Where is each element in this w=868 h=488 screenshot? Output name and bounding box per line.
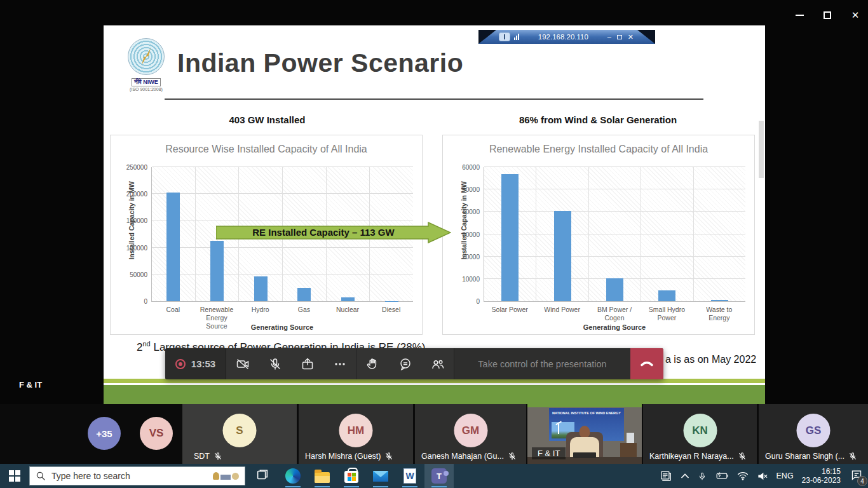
task-view-icon	[255, 468, 269, 482]
category-slot	[588, 167, 641, 301]
take-control-button[interactable]: Take control of the presentation	[454, 348, 630, 379]
meeting-toolbar: 13:53	[165, 348, 663, 379]
taskbar-clock[interactable]: 16:15 23-06-2023	[802, 467, 841, 485]
y-tick-label: 40000	[462, 208, 480, 215]
raise-hand-icon	[365, 356, 381, 372]
app-teams[interactable]: T	[424, 464, 454, 488]
participant-tile-karthikeyan[interactable]: KN Karthikeyan R Naraya...	[643, 404, 757, 464]
camera-off-button[interactable]	[226, 348, 259, 379]
pin-icon[interactable]	[499, 32, 510, 41]
title-divider	[165, 98, 703, 100]
more-options-button[interactable]	[323, 348, 356, 379]
app-mail[interactable]	[366, 464, 395, 488]
hang-up-button[interactable]	[630, 348, 663, 379]
participant-tile-harsh-mishra[interactable]: HM Harsh Mishra (Guest)	[299, 404, 413, 464]
task-view-button[interactable]	[255, 468, 269, 484]
slide-footer-stripe-light	[104, 379, 765, 383]
tray-battery-icon[interactable]	[715, 471, 729, 480]
notification-badge: 4	[857, 476, 867, 486]
niwe-logo-emblem	[128, 38, 165, 75]
clock-date: 23-06-2023	[802, 476, 841, 485]
category-label: BM Power / Cogen	[588, 306, 641, 322]
category-label: Small Hydro Power	[641, 306, 693, 322]
tray-wifi-icon[interactable]	[737, 471, 749, 480]
bar-diesel	[385, 301, 398, 302]
overflow-participants-badge[interactable]: +35	[88, 417, 121, 450]
participant-tile-f-and-it-video[interactable]: NATIONAL INSTITUTE OF WIND ENERGY F & IT	[527, 404, 642, 464]
app-file-explorer[interactable]	[308, 464, 337, 488]
system-tray: ENG 16:15 23-06-2023 4	[660, 467, 868, 485]
re-capacity-arrow: RE Installed Capacity – 113 GW	[216, 222, 451, 243]
y-tick-label: 200000	[126, 191, 147, 198]
tray-mic-icon[interactable]	[698, 471, 707, 482]
participant-tile-guru-sharan[interactable]: GS Guru Sharan Singh (...	[759, 404, 868, 464]
laptop	[573, 452, 596, 458]
data-date-note: a is as on May 2022	[665, 354, 756, 365]
participant-tile-sdt[interactable]: S SDT	[182, 404, 297, 464]
bar-renewable-energy-source	[210, 241, 224, 301]
word-icon: W	[403, 468, 416, 484]
avatar: KN	[683, 414, 717, 447]
y-tick-label: 50000	[462, 186, 480, 193]
mic-off-button[interactable]	[259, 348, 291, 379]
category-slot	[484, 167, 536, 301]
side-object	[627, 433, 634, 443]
maximize-button[interactable]	[821, 9, 834, 22]
language-indicator[interactable]: ENG	[776, 471, 794, 480]
bar-nuclear	[341, 297, 355, 301]
search-placeholder: Type here to search	[51, 471, 207, 481]
y-tick-label: 30000	[462, 231, 480, 238]
people-button[interactable]	[421, 348, 454, 379]
tray-expand-chevron-icon[interactable]	[681, 473, 689, 479]
participant-avatar-vs[interactable]: VS	[140, 417, 173, 450]
app-word[interactable]: W	[395, 464, 424, 488]
right-chart-heading: 86% from Wind & Solar Generation	[439, 114, 757, 125]
rdp-restore-button[interactable]	[617, 35, 622, 39]
chart-renewable-capacity: Renewable Energy Installed Capacity of A…	[442, 135, 755, 335]
avatar: GM	[454, 414, 487, 447]
bar-small-hydro-power	[658, 290, 675, 301]
app-edge[interactable]	[278, 464, 308, 488]
y-tick-label: 0	[144, 298, 147, 305]
participant-tile-ganesh-mahajan[interactable]: GM Ganesh Mahajan (Gu...	[415, 404, 526, 464]
notification-center-button[interactable]: 4	[850, 469, 863, 483]
niwe-logo-caption: नीवे NIWE	[132, 78, 161, 86]
start-button[interactable]	[0, 464, 29, 488]
camera-off-icon	[235, 356, 250, 372]
taskbar-search-input[interactable]: Type here to search	[29, 466, 245, 485]
share-screen-button[interactable]	[291, 348, 323, 379]
mic-muted-icon	[384, 452, 393, 461]
raise-hand-button[interactable]	[356, 348, 389, 379]
avatar: S	[223, 414, 257, 447]
screen: ✕ नीवे NIWE (ISO 9001:2008) Indian Power…	[0, 0, 868, 488]
side-table	[620, 443, 637, 457]
mic-muted-icon	[848, 452, 857, 461]
y-tick-label: 10000	[462, 276, 480, 283]
chat-button[interactable]	[389, 348, 421, 379]
rdp-minimize-button[interactable]: –	[607, 33, 611, 41]
presenter-head	[580, 426, 590, 438]
meeting-timer: 13:53	[191, 358, 215, 369]
news-widget-icon[interactable]	[660, 470, 672, 482]
avatar: GS	[797, 414, 831, 447]
minimize-button[interactable]	[793, 9, 806, 22]
re-capacity-arrow-label: RE Installed Capacity – 113 GW	[227, 222, 419, 242]
edge-icon	[285, 468, 301, 484]
close-button[interactable]: ✕	[849, 9, 862, 22]
app-store[interactable]	[337, 464, 366, 488]
tray-volume-muted-icon[interactable]	[757, 471, 768, 481]
participant-strip: +35 VS S SDT HM Harsh Mishra (Guest) GM …	[0, 404, 868, 464]
slide-title: Indian Power Scenario	[177, 48, 463, 78]
mic-muted-icon	[508, 452, 517, 461]
teams-icon: T	[431, 468, 447, 484]
niwe-logo: नीवे NIWE (ISO 9001:2008)	[120, 38, 172, 92]
x-axis-label: Generating Source	[484, 323, 745, 331]
y-tick-label: 150000	[126, 217, 147, 224]
category-slot	[152, 167, 195, 301]
scrollbar-thumb[interactable]	[759, 121, 764, 178]
participant-name: Ganesh Mahajan (Gu...	[421, 452, 504, 461]
rdp-close-button[interactable]: ✕	[628, 33, 634, 41]
participant-name: Guru Sharan Singh (...	[765, 452, 844, 461]
search-highlights-graphic	[213, 472, 239, 480]
chat-icon	[398, 356, 413, 372]
